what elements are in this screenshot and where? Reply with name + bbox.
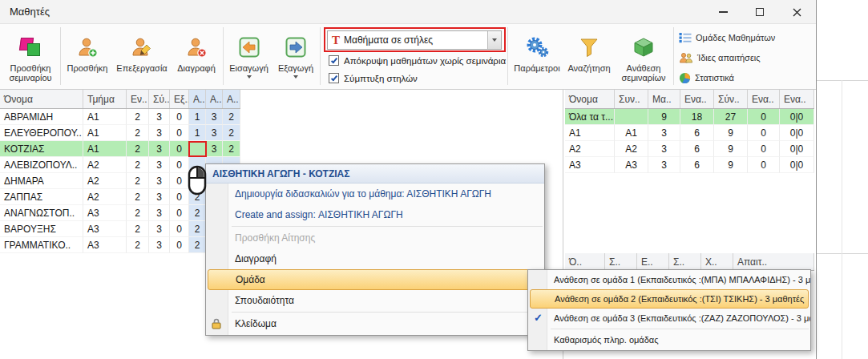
column-header[interactable]: Σ.. [669, 253, 701, 270]
summary-row-all[interactable]: Όλα τα τ... 9 18 27 0 0|0 [565, 109, 814, 125]
summary-row[interactable]: Α2 Α2 3 6 9 0 0|0 [565, 141, 814, 157]
cell[interactable]: 2 [127, 157, 149, 173]
cell[interactable]: 3 [149, 125, 170, 141]
column-header-name[interactable]: Όνομα [0, 90, 83, 108]
cell[interactable]: 0 [748, 125, 780, 141]
cell[interactable]: 3 [648, 157, 680, 173]
statistics-button[interactable]: Στατιστικά [679, 71, 734, 85]
cell-class[interactable]: Α3 [83, 237, 127, 253]
cell[interactable]: 3 [149, 205, 170, 221]
cell-class[interactable]: Α3 [83, 205, 127, 221]
cell[interactable]: 0 [170, 237, 189, 253]
cell-name[interactable]: ΑΛΕΒΙΖΟΠΟΥΛ.. [0, 157, 83, 173]
cell[interactable]: 0 [748, 157, 780, 173]
cell[interactable]: 6 [680, 141, 714, 157]
close-button[interactable] [778, 0, 815, 24]
cell[interactable]: 27 [714, 109, 748, 125]
cell[interactable]: 0 [170, 157, 189, 173]
hide-no-seminar-checkbox[interactable]: Απόκρυψη μαθημάτων χωρίς σεμινάρια [329, 54, 506, 67]
cell[interactable]: 9 [714, 125, 748, 141]
column-header[interactable]: Μα.. [648, 90, 680, 108]
search-button[interactable]: Αναζήτηση [564, 27, 614, 88]
summary-row[interactable]: Α1 Α1 3 6 9 0 0|0 [565, 125, 814, 141]
cell-class[interactable]: Α2 [83, 157, 127, 173]
cell-lesson[interactable]: 3 [206, 141, 223, 157]
column-header-lesson[interactable]: Α.. [206, 90, 223, 108]
column-header[interactable]: Σύν.. [714, 90, 748, 108]
cell[interactable]: 3 [648, 125, 680, 141]
cell[interactable]: 18 [680, 109, 714, 125]
cell-name[interactable]: Α3 [565, 157, 615, 173]
column-header[interactable]: Σύ.. [149, 90, 170, 108]
column-header[interactable]: Ε.. [637, 253, 669, 270]
cell[interactable]: 9 [648, 109, 680, 125]
column-header-lesson[interactable]: Α.. [223, 90, 240, 108]
cell[interactable]: 0 [170, 221, 189, 237]
cell-name[interactable]: ΔΗΜΑΡΑ [0, 173, 83, 189]
cell-lesson[interactable]: 2 [223, 109, 240, 125]
cell[interactable]: 3 [149, 173, 170, 189]
cell-name[interactable]: ΖΑΠΠΑΣ [0, 189, 83, 205]
maximize-button[interactable] [741, 0, 778, 24]
cell-name[interactable]: ΒΑΡΟΥΞΗΣ [0, 221, 83, 237]
checkbox-box[interactable] [329, 55, 339, 66]
column-header[interactable]: Σ.. [605, 253, 637, 270]
column-header[interactable]: Συν.. [615, 90, 648, 108]
cell-name[interactable]: Όλα τα τ... [565, 109, 615, 125]
view-mode-combobox[interactable]: T Μαθήματα σε στήλες [327, 30, 502, 50]
cell-name[interactable]: ΑΝΑΓΝΩΣΤΟΠ.. [0, 205, 83, 221]
collapse-columns-checkbox[interactable]: Σύμπτυξη στηλών [329, 72, 418, 84]
cell[interactable]: 2 [127, 141, 149, 157]
column-header[interactable]: Εξ.. [170, 90, 189, 108]
submenu-item-assign-group-1[interactable]: Ανάθεση σε ομάδα 1 (Εκπαιδευτικός :(ΜΠΑ)… [528, 270, 810, 289]
cell[interactable]: 2 [127, 109, 149, 125]
cell-class[interactable]: Α1 [83, 125, 127, 141]
cell-name[interactable]: ΚΟΤΖΙΑΣ [0, 141, 83, 157]
checkbox-box[interactable] [329, 73, 339, 83]
column-header-lesson[interactable]: Α.. [189, 90, 206, 108]
cell-class[interactable]: Α3 [83, 221, 127, 237]
cell[interactable]: 2 [127, 173, 149, 189]
import-button[interactable]: Εισαγωγή [226, 27, 272, 88]
column-header[interactable]: Ό.. [565, 253, 605, 270]
lesson-groups-button[interactable]: Ομάδες Μαθημάτων [679, 30, 775, 45]
parameters-button[interactable]: Παράμετροι [511, 27, 563, 88]
assign-seminars-button[interactable]: Ανάθεση σεμιναρίων [615, 27, 672, 88]
column-header[interactable]: Ενα.. [680, 90, 714, 108]
add-seminar-button[interactable]: Προσθήκη σεμιναρίου [2, 27, 59, 88]
cell-class[interactable]: Α2 [83, 189, 127, 205]
cell-lesson-highlighted[interactable] [189, 141, 206, 157]
menu-item-group[interactable]: Ομάδα ▶ [208, 269, 543, 290]
cell-lesson[interactable]: 2 [189, 221, 206, 237]
cell-lesson[interactable]: 3 [206, 109, 223, 125]
cell-lesson[interactable]: 1 [189, 125, 206, 141]
column-header-name[interactable]: Όνομα [565, 90, 615, 108]
cell-lesson[interactable]: 3 [206, 125, 223, 141]
menu-item-delete[interactable]: Διαγραφή [206, 248, 544, 269]
submenu-item-assign-group-3[interactable]: ✓ Ανάθεση σε ομάδα 3 (Εκπαιδευτικός :(ΖΑ… [528, 309, 810, 328]
cell[interactable]: 0 [170, 141, 189, 157]
cell-class[interactable]: Α1 [83, 109, 127, 125]
cell[interactable]: 0 [170, 125, 189, 141]
cell[interactable] [615, 109, 648, 125]
student-row[interactable]: ΑΝΑΓΝΩΣΤΟΠ.. Α3 2 3 0 2 [0, 205, 240, 221]
student-row-selected[interactable]: ΚΟΤΖΙΑΣ Α1 2 3 0 3 2 [0, 141, 240, 157]
student-row[interactable]: ΕΛΕΥΘΕΡΟΠΟΥ.. Α1 2 3 0 1 3 2 [0, 125, 240, 141]
export-button[interactable]: Εξαγωγή [273, 27, 318, 88]
cell-name[interactable]: ΑΒΡΑΜΙΔΗ [0, 109, 83, 125]
cell[interactable]: 0 [170, 205, 189, 221]
column-header[interactable]: Ενα.. [780, 90, 814, 108]
cell[interactable]: 0 [748, 141, 780, 157]
cell[interactable]: 9 [714, 157, 748, 173]
cell[interactable]: 3 [149, 221, 170, 237]
cell[interactable]: Α1 [615, 125, 648, 141]
cell[interactable]: Α3 [615, 157, 648, 173]
menu-item-create-and-assign[interactable]: Create and assign: ΑΙΣΘΗΤΙΚΗ ΑΓΩΓΗ [206, 204, 544, 225]
cell[interactable]: 9 [714, 141, 748, 157]
column-header[interactable]: Εν.. [127, 90, 149, 108]
cell-name[interactable]: ΕΛΕΥΘΕΡΟΠΟΥ.. [0, 125, 83, 141]
same-requirements-button[interactable]: Ίδιες απαιτήσεις [679, 50, 761, 65]
cell-lesson[interactable]: 2 [223, 125, 240, 141]
cell[interactable]: 0 [170, 109, 189, 125]
student-row[interactable]: ΑΒΡΑΜΙΔΗ Α1 2 3 0 1 3 2 [0, 109, 240, 125]
